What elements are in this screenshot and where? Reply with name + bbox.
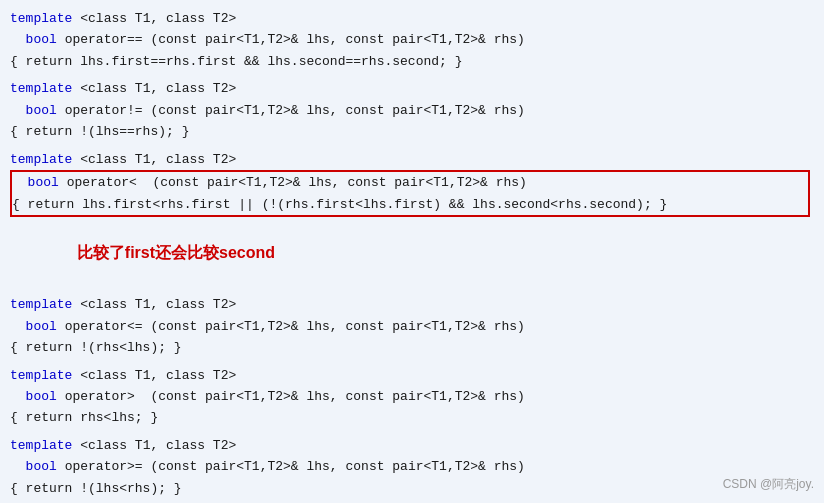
code-line: { return !(lhs<rhs); }: [10, 478, 814, 499]
code-area: template <class T1, class T2> bool opera…: [0, 0, 824, 503]
code-block-5: template <class T1, class T2> bool opera…: [10, 365, 814, 429]
code-line: template <class T1, class T2>: [10, 78, 814, 99]
code-block-3-highlighted: template <class T1, class T2> bool opera…: [10, 149, 814, 289]
code-line: bool operator!= (const pair<T1,T2>& lhs,…: [10, 100, 814, 121]
code-line: { return lhs.first==rhs.first && lhs.sec…: [10, 51, 814, 72]
code-line: template <class T1, class T2>: [10, 8, 814, 29]
code-line: template <class T1, class T2>: [10, 365, 814, 386]
code-line: { return !(rhs<lhs); }: [10, 337, 814, 358]
code-line: bool operator== (const pair<T1,T2>& lhs,…: [10, 29, 814, 50]
annotation-text: 比较了first还会比较second: [77, 244, 275, 261]
code-line: bool operator> (const pair<T1,T2>& lhs, …: [10, 386, 814, 407]
code-line-highlighted-1: bool operator< (const pair<T1,T2>& lhs, …: [12, 172, 808, 193]
code-line: template <class T1, class T2>: [10, 149, 814, 170]
code-line: bool operator>= (const pair<T1,T2>& lhs,…: [10, 456, 814, 477]
code-line: { return rhs<lhs; }: [10, 407, 814, 428]
code-line-highlighted-2: { return lhs.first<rhs.first || (!(rhs.f…: [12, 194, 808, 215]
code-block-2: template <class T1, class T2> bool opera…: [10, 78, 814, 142]
code-line: bool operator<= (const pair<T1,T2>& lhs,…: [10, 316, 814, 337]
code-line: { return !(lhs==rhs); }: [10, 121, 814, 142]
code-line: template <class T1, class T2>: [10, 294, 814, 315]
code-block-6: template <class T1, class T2> bool opera…: [10, 435, 814, 499]
watermark: CSDN @阿亮joy.: [723, 475, 814, 495]
code-block-4: template <class T1, class T2> bool opera…: [10, 294, 814, 358]
code-block-1: template <class T1, class T2> bool opera…: [10, 8, 814, 72]
code-line: template <class T1, class T2>: [10, 435, 814, 456]
annotation-line: 比较了first还会比较second: [10, 219, 814, 288]
